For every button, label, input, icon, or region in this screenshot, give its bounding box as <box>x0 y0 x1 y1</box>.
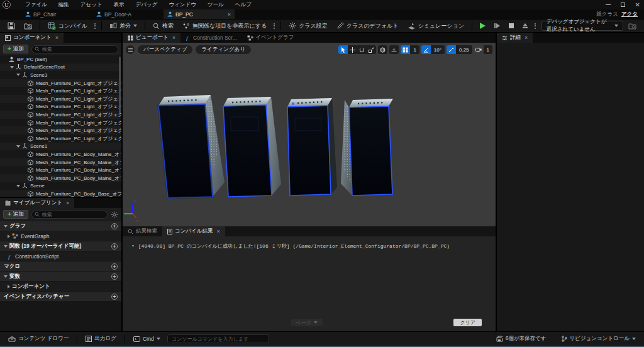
clear-button[interactable]: クリア <box>453 319 482 326</box>
caret-down-icon[interactable] <box>16 145 20 148</box>
rotation-snap-value[interactable]: 10° <box>431 45 445 54</box>
unsaved-assets-button[interactable]: 6個が未保存です <box>492 334 551 344</box>
camera-speed-button[interactable] <box>474 45 484 54</box>
menu-編集[interactable]: 編集 <box>53 1 75 9</box>
tree-row-Mesh_Furniture_PC_Light_オブジェクト_6[interactable]: Mesh_Furniture_PC_Light_オブジェクト_6 <box>0 79 121 87</box>
menu-ヘルプ[interactable]: ヘルプ <box>230 1 257 9</box>
tab-details[interactable]: 詳細 × <box>497 33 533 43</box>
tree-scrollbar[interactable] <box>119 57 121 113</box>
play-options-icon[interactable] <box>533 22 538 30</box>
content-drawer-button[interactable]: コンテンツ ドロワー <box>4 334 73 344</box>
doc-tab-Construction Scr...[interactable]: fConstruction Scr... <box>180 33 242 43</box>
close-icon[interactable]: × <box>228 11 231 18</box>
tree-row-Mesh_Furniture_PC_Light_オブジェクト_8[interactable]: Mesh_Furniture_PC_Light_オブジェクト_8 <box>0 103 121 111</box>
add-component-button[interactable]: + 追加 <box>3 45 28 53</box>
debug-browse-button[interactable] <box>625 21 640 31</box>
select-tool-button[interactable] <box>338 45 348 54</box>
tree-row-Mesh_Furniture_PC_Body_Base_オブジェクト[interactable]: Mesh_Furniture_PC_Body_Base_オブジェクト <box>0 190 121 197</box>
menu-アセット[interactable]: アセット <box>75 1 108 9</box>
scale-snap-button[interactable] <box>447 45 456 54</box>
cmd-dropdown[interactable]: Cmd <box>129 334 165 343</box>
view-mode-button[interactable]: ライティングあり <box>196 45 251 54</box>
tab-components[interactable]: コンポーネント × <box>0 33 64 43</box>
tree-row-Mesh_Furniture_PC_Light_オブジェクト_3[interactable]: Mesh_Furniture_PC_Light_オブジェクト_3 <box>0 126 121 135</box>
close-window-icon[interactable]: ✕ <box>635 3 640 7</box>
bp-row-変数[interactable]: 変数+ <box>0 272 121 281</box>
bp-row-グラフ[interactable]: グラフ+ <box>0 221 121 231</box>
tree-row-Scene[interactable]: Scene <box>0 182 121 190</box>
tree-row-Scene3[interactable]: Scene3 <box>0 71 121 79</box>
close-icon[interactable]: × <box>217 228 220 234</box>
save-button[interactable] <box>4 21 19 31</box>
menu-ファイル[interactable]: ファイル <box>19 1 53 9</box>
tree-row-Mesh_Furniture_PC_Body_Maine_オブジェク[interactable]: Mesh_Furniture_PC_Body_Maine_オブジェク <box>0 150 121 158</box>
doc-tab-イベントグラフ[interactable]: イベントグラフ <box>242 33 299 43</box>
bp-row-ConstructionScript[interactable]: fConstructionScript <box>0 251 121 261</box>
results-tab-結果検索[interactable]: 結果検索 <box>123 226 162 236</box>
asset-tab-BP_PC[interactable]: BP_PC× <box>164 9 235 19</box>
bp-row-関数 (19 オーバーライド可能)[interactable]: 関数 (19 オーバーライド可能)+ <box>0 241 121 251</box>
minimize-icon[interactable] <box>606 4 611 5</box>
caret-right-icon[interactable] <box>8 285 10 289</box>
my-blueprint-search-input[interactable] <box>31 211 108 219</box>
asset-tab-BP_Chair[interactable]: BP_Chair <box>21 9 92 19</box>
caret-right-icon[interactable] <box>8 234 10 238</box>
compile-options-icon[interactable] <box>92 22 97 30</box>
rotate-tool-button[interactable] <box>357 45 367 54</box>
tree-row-Mesh_Furniture_PC_Light_オブジェクト_5[interactable]: Mesh_Furniture_PC_Light_オブジェクト_5 <box>0 95 121 103</box>
compile-button[interactable]: コンパイル <box>44 21 91 31</box>
add-icon[interactable]: + <box>111 294 118 300</box>
doc-tab-ビューポート[interactable]: ビューポート× <box>123 33 180 43</box>
caret-down-icon[interactable] <box>4 245 8 248</box>
caret-down-icon[interactable] <box>4 275 8 278</box>
grid-snap-button[interactable] <box>401 45 410 54</box>
eject-button[interactable] <box>519 22 531 30</box>
add-icon[interactable]: + <box>111 263 118 270</box>
parent-class-link[interactable]: アクタ <box>621 11 638 18</box>
translate-tool-button[interactable] <box>348 45 357 54</box>
menu-表示[interactable]: 表示 <box>108 1 130 9</box>
rotation-snap-button[interactable] <box>421 45 431 54</box>
frame-skip-button[interactable] <box>491 22 504 30</box>
close-icon[interactable]: × <box>66 200 69 206</box>
menu-ウィンドウ[interactable]: ウィンドウ <box>163 1 202 9</box>
grid-snap-value[interactable]: 1 <box>410 45 419 54</box>
tree-row-DefaultSceneRoot[interactable]: DefaultSceneRoot <box>0 63 121 72</box>
scale-snap-value[interactable]: 0.25 <box>456 45 472 54</box>
world-coordinate-button[interactable] <box>378 45 387 54</box>
debug-object-select[interactable]: デバッグオブジェクトが選択されていません <box>541 21 623 31</box>
asset-tab-BP_Door-A[interactable]: BP_Door-A <box>92 9 164 19</box>
browse-asset-button[interactable] <box>20 21 36 31</box>
find-button[interactable]: 検索 <box>149 21 177 31</box>
hide-unrelated-options-icon[interactable] <box>272 22 277 30</box>
menu-デバッグ[interactable]: デバッグ <box>130 1 164 9</box>
close-icon[interactable]: × <box>172 35 175 41</box>
tree-row-Mesh_Furniture_PC_Light_オブジェクト_4[interactable]: Mesh_Furniture_PC_Light_オブジェクト_4 <box>0 135 121 143</box>
add-icon[interactable]: + <box>111 273 118 280</box>
maximize-icon[interactable] <box>621 3 625 7</box>
tree-row-BP_PC (Self)[interactable]: BP_PC (Self) <box>0 55 121 63</box>
viewport-menu-button[interactable] <box>126 45 135 54</box>
play-button[interactable] <box>476 21 489 30</box>
perspective-button[interactable]: パースペクティブ <box>138 45 192 54</box>
bp-row-イベントディスパッチャー[interactable]: イベントディスパッチャー+ <box>0 292 121 301</box>
surface-snap-button[interactable] <box>389 45 399 54</box>
tree-row-Mesh_Furniture_PC_Body_Maine_オブジェク[interactable]: Mesh_Furniture_PC_Body_Maine_オブジェク <box>0 174 121 182</box>
close-icon[interactable]: × <box>55 35 58 41</box>
class-defaults-button[interactable]: クラスのデフォルト <box>333 21 402 31</box>
close-icon[interactable]: × <box>525 35 528 41</box>
diff-button[interactable]: 差分 <box>106 21 141 31</box>
output-log-button[interactable]: 出力ログ <box>81 334 120 344</box>
scale-tool-button[interactable] <box>367 45 376 54</box>
add-blueprint-item-button[interactable]: + 追加 <box>3 210 28 219</box>
add-icon[interactable]: + <box>111 243 118 250</box>
components-search-input[interactable] <box>31 45 118 53</box>
bp-row-EventGraph[interactable]: EventGraph <box>0 231 121 241</box>
bp-row-マクロ[interactable]: マクロ+ <box>0 262 121 271</box>
tree-row-Mesh_Furniture_PC_Light_オブジェクト_2[interactable]: Mesh_Furniture_PC_Light_オブジェクト_2 <box>0 119 121 127</box>
gear-icon[interactable] <box>111 211 118 218</box>
class-settings-button[interactable]: クラス設定 <box>285 21 331 31</box>
revision-control-button[interactable]: リビジョンコントロール <box>557 334 641 344</box>
tree-row-Mesh_Furniture_PC_Light_オブジェクト_7[interactable]: Mesh_Furniture_PC_Light_オブジェクト_7 <box>0 87 121 95</box>
camera-speed-value[interactable]: 1 <box>484 45 492 54</box>
